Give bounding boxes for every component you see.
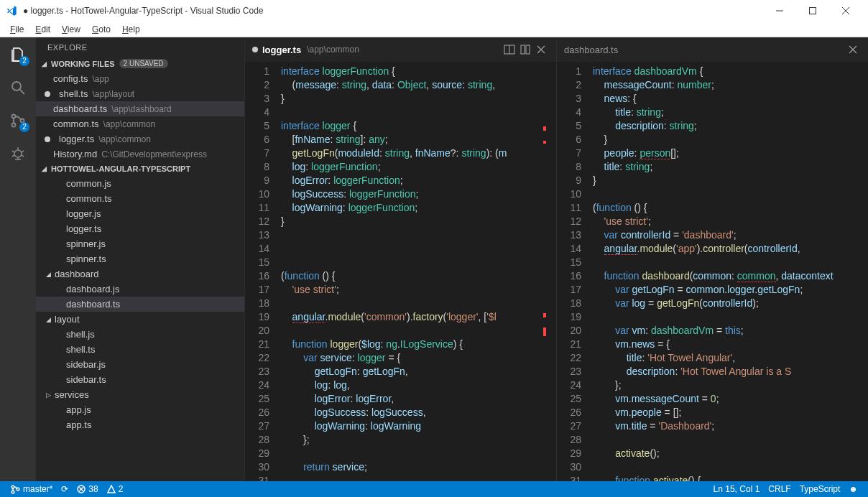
code-line[interactable]: 23 getLogFn: getLogFn, <box>245 365 507 378</box>
menu-help[interactable]: Help <box>116 24 146 34</box>
code-line[interactable]: 22 title: 'Hot Towel Angular', <box>557 351 834 365</box>
code-line[interactable]: 13 var controllerId = 'dashboard'; <box>557 228 834 242</box>
code-line[interactable]: 20 <box>245 324 507 338</box>
file-item[interactable]: spinner.js <box>36 236 244 251</box>
project-header[interactable]: ◢ HOTTOWEL-ANGULAR-TYPESCRIPT <box>36 162 244 176</box>
file-item[interactable]: shell.ts <box>36 342 244 357</box>
menu-file[interactable]: File <box>4 24 29 34</box>
file-item[interactable]: spinner.ts <box>36 251 244 266</box>
code-line[interactable]: 12} <box>245 215 507 228</box>
minimap[interactable] <box>546 62 556 481</box>
code-line[interactable]: 15 <box>245 256 507 269</box>
source-control-icon[interactable]: 2 <box>8 111 28 131</box>
working-files-header[interactable]: ◢ WORKING FILES 2 UNSAVED <box>36 56 244 71</box>
compare-icon[interactable] <box>517 42 533 57</box>
tab-dashboard[interactable]: dashboard.ts <box>564 45 618 55</box>
search-icon[interactable] <box>8 78 28 98</box>
code-line[interactable]: 26 logSuccess: logSuccess, <box>245 406 507 419</box>
code-line[interactable]: 8 log: loggerFunction; <box>245 160 507 174</box>
code-line[interactable]: 16 function dashboard(common: common, da… <box>557 269 834 283</box>
split-editor-icon[interactable] <box>502 42 517 57</box>
working-file-item[interactable]: dashboard.ts \app\dashboard <box>36 101 244 116</box>
code-line[interactable]: 14 <box>245 242 507 256</box>
code-line[interactable]: 24 log: log, <box>245 378 507 392</box>
code-line[interactable]: 1interface loggerFunction { <box>245 65 507 78</box>
code-line[interactable]: 30 <box>557 460 834 474</box>
code-line[interactable]: 30 return service; <box>245 460 507 474</box>
code-line[interactable]: 27 vm.title = 'Dashboard'; <box>557 419 834 433</box>
code-line[interactable]: 11 logWarning: loggerFunction; <box>245 201 507 215</box>
code-line[interactable]: 7 people: person[]; <box>557 147 834 160</box>
file-item[interactable]: shell.js <box>36 327 244 342</box>
menu-edit[interactable]: Edit <box>29 24 56 34</box>
file-item[interactable]: common.js <box>36 176 244 191</box>
code-line[interactable]: 12 'use strict'; <box>557 215 834 228</box>
status-eol[interactable]: CRLF <box>764 484 795 494</box>
minimap[interactable] <box>858 62 868 481</box>
code-line[interactable]: 3} <box>245 92 507 106</box>
code-line[interactable]: 19 angular.module('common').factory('log… <box>245 310 507 324</box>
code-line[interactable]: 22 var service: logger = { <box>245 351 507 365</box>
working-file-item[interactable]: History.md C:\GitDevelopment\express <box>36 147 244 162</box>
status-branch[interactable]: master* <box>6 484 57 494</box>
file-item[interactable]: logger.js <box>36 206 244 221</box>
code-line[interactable]: 15 <box>557 256 834 269</box>
file-item[interactable]: dashboard.ts <box>36 297 244 312</box>
tab-logger[interactable]: logger.ts \app\common <box>252 45 359 55</box>
code-line[interactable]: 8 title: string; <box>557 160 834 174</box>
code-editor-right[interactable]: 1interface dashboardVm {2 messageCount: … <box>557 62 868 481</box>
code-line[interactable]: 5interface logger { <box>245 119 507 133</box>
debug-icon[interactable] <box>8 144 28 164</box>
working-file-item[interactable]: shell.ts \app\layout <box>36 86 244 101</box>
close-editor-icon[interactable] <box>845 42 861 57</box>
folder-item[interactable]: ▷services <box>36 387 244 402</box>
code-line[interactable]: 2 messageCount: number; <box>557 78 834 92</box>
status-feedback-icon[interactable]: ☻ <box>844 484 862 494</box>
status-errors[interactable]: 38 <box>73 484 102 494</box>
folder-item[interactable]: ◢layout <box>36 312 244 327</box>
code-line[interactable]: 23 description: 'Hot Towel Angular is a … <box>557 365 834 378</box>
code-line[interactable]: 2 (message: string, data: Object, source… <box>245 78 507 92</box>
code-line[interactable]: 3 news: { <box>557 92 834 106</box>
working-file-item[interactable]: common.ts \app\common <box>36 116 244 131</box>
status-warnings[interactable]: 2 <box>103 484 128 494</box>
minimize-button[interactable] <box>763 0 796 22</box>
code-line[interactable]: 14 angular.module('app').controller(cont… <box>557 242 834 256</box>
code-line[interactable]: 6 } <box>557 133 834 147</box>
code-line[interactable]: 28 }; <box>245 433 507 447</box>
explorer-icon[interactable]: 2 <box>8 45 28 65</box>
file-item[interactable]: app.ts <box>36 417 244 432</box>
close-button[interactable] <box>829 0 862 22</box>
code-line[interactable]: 25 logError: logError, <box>245 392 507 406</box>
code-line[interactable]: 17 var getLogFn = common.logger.getLogFn… <box>557 283 834 297</box>
code-line[interactable]: 9 logError: loggerFunction; <box>245 174 507 187</box>
code-line[interactable]: 18 var log = getLogFn(controllerId); <box>557 297 834 310</box>
code-line[interactable]: 28 <box>557 433 834 447</box>
code-line[interactable]: 29 <box>245 447 507 460</box>
code-line[interactable]: 21 function logger($log: ng.ILogService)… <box>245 338 507 351</box>
code-line[interactable]: 10 logSuccess: loggerFunction; <box>245 187 507 201</box>
code-line[interactable]: 31 <box>245 474 507 481</box>
menu-goto[interactable]: Goto <box>86 24 116 34</box>
status-sync[interactable]: ⟳ <box>57 484 73 494</box>
code-line[interactable]: 21 vm.news = { <box>557 338 834 351</box>
code-line[interactable]: 24 }; <box>557 378 834 392</box>
code-line[interactable]: 31 function activate() { <box>557 474 834 481</box>
folder-item[interactable]: ◢dashboard <box>36 266 244 282</box>
code-line[interactable]: 5 description: string; <box>557 119 834 133</box>
code-line[interactable]: 27 logWarning: logWarning <box>245 419 507 433</box>
working-file-item[interactable]: logger.ts \app\common <box>36 131 244 147</box>
file-item[interactable]: dashboard.js <box>36 282 244 297</box>
code-line[interactable]: 6 [fnName: string]: any; <box>245 133 507 147</box>
code-line[interactable]: 25 vm.messageCount = 0; <box>557 392 834 406</box>
close-editor-icon[interactable] <box>533 42 549 57</box>
file-item[interactable]: sidebar.ts <box>36 372 244 387</box>
code-line[interactable]: 10 <box>557 187 834 201</box>
working-file-item[interactable]: config.ts \app <box>36 71 244 86</box>
code-line[interactable]: 29 activate(); <box>557 447 834 460</box>
menu-view[interactable]: View <box>56 24 86 34</box>
code-editor-left[interactable]: 1interface loggerFunction {2 (message: s… <box>245 62 556 481</box>
code-line[interactable]: 17 'use strict'; <box>245 283 507 297</box>
code-line[interactable]: 13 <box>245 228 507 242</box>
code-line[interactable]: 18 <box>245 297 507 310</box>
